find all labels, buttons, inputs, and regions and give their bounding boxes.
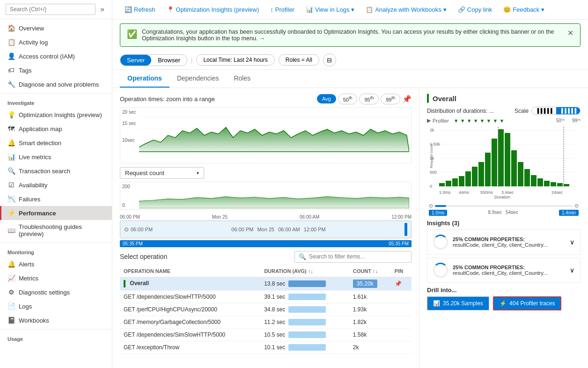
insight-title-2: 25% COMMON PROPERTIES: xyxy=(453,265,565,270)
row-5-duration: 10.1 sec xyxy=(260,341,349,353)
sidebar-item-availability[interactable]: ☑ Availability xyxy=(0,178,112,192)
sidebar-collapse-button[interactable]: » xyxy=(98,4,106,15)
filter-funnel-icon: ⊟ xyxy=(327,57,332,64)
row-overall-pin[interactable]: 📌 xyxy=(391,277,412,290)
profiler-button[interactable]: ↕ Profiler xyxy=(265,4,299,15)
banner-text: Congratulations, your application has be… xyxy=(142,29,563,42)
scale-linear-button[interactable]: ▐▐▐▐▐ xyxy=(532,107,556,114)
search-input[interactable] xyxy=(6,4,96,15)
sidebar-item-access-control[interactable]: 👤 Access control (IAM) xyxy=(0,49,112,63)
chart-pin-button[interactable]: 📌 xyxy=(402,95,412,103)
table-row[interactable]: GET /perfCPU/HighCPUAsync/20000 34.8 sec… xyxy=(120,303,412,316)
sidebar-item-transaction-search[interactable]: 🔍 Transaction search xyxy=(0,164,112,178)
table-row[interactable]: GET /exception/Throw 10.1 sec 2k xyxy=(120,341,412,353)
refresh-button[interactable]: 🔄 Refresh xyxy=(120,4,160,15)
dropdown-row: Request count ▾ xyxy=(120,167,412,179)
optimization-insights-button[interactable]: 📍 Optimization Insights (preview) xyxy=(162,4,264,15)
banner-close-button[interactable]: ✕ xyxy=(567,29,573,37)
sidebar-item-application-map[interactable]: 🗺 Application map xyxy=(0,122,112,136)
tab-dependencies[interactable]: Dependencies xyxy=(169,70,227,88)
toolbar: 🔄 Refresh 📍 Optimization Insights (previ… xyxy=(112,0,588,20)
sidebar-item-workbooks[interactable]: 📓 Workbooks xyxy=(0,313,112,327)
sidebar-item-logs[interactable]: 📄 Logs xyxy=(0,299,112,313)
p99-metric-button[interactable]: 99th xyxy=(381,94,400,104)
metric-dropdown[interactable]: Request count ▾ xyxy=(120,167,204,179)
optimization-banner[interactable]: ✅ Congratulations, your application has … xyxy=(120,23,581,47)
chart-y-10: 10sec xyxy=(122,138,135,143)
samples-button[interactable]: 📊 35.20k Samples xyxy=(427,296,489,310)
table-row[interactable]: GET /memory/GarbageCollection/5000 11.2 … xyxy=(120,316,412,328)
sidebar-item-alerts[interactable]: 🔔 Alerts xyxy=(0,257,112,271)
range-start-icon: ⊙ xyxy=(124,226,129,233)
sidebar-item-metrics[interactable]: 📈 Metrics xyxy=(0,271,112,285)
slider-range-fill xyxy=(435,205,446,207)
scale-toggle: ▐▐▐▐▐ ▐▐▐▐▐ xyxy=(531,107,581,115)
sidebar-item-smart-detection[interactable]: 🔔 Smart detection xyxy=(0,136,112,150)
count-y-max: 200 xyxy=(122,184,130,189)
range-handle-right[interactable] xyxy=(404,223,407,236)
profiler-traces-button[interactable]: ⚡ 404 Profiler traces xyxy=(493,296,561,310)
p50-metric-button[interactable]: 50th xyxy=(338,94,358,104)
row-3-pin[interactable] xyxy=(391,316,412,328)
operations-table: OPERATION NAME DURATION (AVG) ↑↓ COUNT ↑… xyxy=(120,265,412,354)
tab-operations[interactable]: Operations xyxy=(120,70,169,88)
row-2-pin[interactable] xyxy=(391,303,412,316)
slider-end-icon: ⊙ xyxy=(574,203,579,209)
sidebar-item-tags[interactable]: 🏷 Tags xyxy=(0,63,112,77)
insight-expand-2[interactable]: ∨ xyxy=(570,266,574,274)
sidebar-item-live-metrics[interactable]: 📊 Live metrics xyxy=(0,150,112,164)
operations-search-input[interactable] xyxy=(309,253,407,260)
table-row[interactable]: GET /dependencies/SlowHTTP/5000 39.1 sec… xyxy=(120,290,412,303)
sidebar-item-performance[interactable]: ⚡ Performance xyxy=(0,206,112,220)
row-5-pin[interactable] xyxy=(391,341,412,353)
tab-roles[interactable]: Roles xyxy=(226,70,258,88)
duration-bar-5 xyxy=(288,344,326,351)
server-toggle-button[interactable]: Server xyxy=(120,55,151,66)
avg-metric-button[interactable]: Avg xyxy=(317,94,336,103)
svg-rect-22 xyxy=(492,139,497,186)
col-duration[interactable]: DURATION (AVG) ↑↓ xyxy=(260,265,349,277)
logs-icon: 📄 xyxy=(7,302,15,310)
roles-filter[interactable]: Roles = All xyxy=(279,54,319,66)
distribution-label: Distribution of durations: ... xyxy=(427,108,494,114)
duration-slider-track[interactable] xyxy=(435,205,573,207)
sidebar-item-troubleshooting[interactable]: 📖 Troubleshooting guides (preview) xyxy=(0,220,112,241)
view-in-logs-button[interactable]: 📊 View in Logs ▾ xyxy=(301,4,359,15)
sidebar-item-overview[interactable]: 🏠 Overview xyxy=(0,21,112,35)
row-4-pin[interactable] xyxy=(391,328,412,341)
row-1-pin[interactable] xyxy=(391,290,412,303)
row-3-count: 1.82k xyxy=(349,316,391,328)
time-range-filter[interactable]: Local Time: Last 24 hours xyxy=(196,54,274,66)
insight-expand-1[interactable]: ∨ xyxy=(570,238,574,246)
table-row[interactable]: GET /dependencies/SimSlowHTTP/5000 10.5 … xyxy=(120,328,412,341)
scale-log-button[interactable]: ▐▐▐▐▐ xyxy=(556,107,580,114)
chart-header: Operation times: zoom into a range Avg 5… xyxy=(120,94,412,104)
col-count[interactable]: COUNT ↑↓ xyxy=(349,265,391,277)
filter-options-button[interactable]: ⊟ xyxy=(323,53,336,66)
p99-label-right: 99ᵗʰ xyxy=(572,118,581,123)
select-operation-label: Select operation xyxy=(120,253,167,260)
feedback-button[interactable]: 😊 Feedback ▾ xyxy=(499,4,549,15)
range-selector[interactable]: ⊙ 06:00 PM 06:00 PM Mon 25 06:00 AM 12:0… xyxy=(120,221,412,238)
metric-buttons: Avg 50th 95th 99th 📌 xyxy=(317,94,412,104)
sidebar-item-activity-log[interactable]: 📋 Activity log xyxy=(0,35,112,49)
samples-icon: 📊 xyxy=(433,300,440,307)
feedback-chevron-icon: ▾ xyxy=(541,6,544,13)
svg-text:550ms: 550ms xyxy=(480,190,493,195)
range-label-2: Mon 25 xyxy=(257,227,274,232)
insight-card-2[interactable]: 25% COMMON PROPERTIES: resultCode, clien… xyxy=(427,258,581,283)
p95-metric-button[interactable]: 95th xyxy=(359,94,379,104)
insight-card-1[interactable]: 25% COMMON PROPERTIES: resultCode, clien… xyxy=(427,229,581,255)
sidebar-item-optimization-insights[interactable]: 💡 Optimization Insights (preview) xyxy=(0,108,112,122)
sidebar-item-failures[interactable]: 📉 Failures xyxy=(0,192,112,206)
sidebar-item-diagnose[interactable]: 🔧 Diagnose and solve problems xyxy=(0,77,112,91)
copy-link-button[interactable]: 🔗 Copy link xyxy=(453,4,497,15)
svg-rect-21 xyxy=(485,153,491,186)
histogram-area: ▶ Profiler ▼ ▼ ▼ ▼ ▼ ▼ ▼ ▼ 50ᵗʰ 99ᵗʰ 2k … xyxy=(427,118,581,216)
table-row[interactable]: Overall 13.8 sec 35.20k 📌 xyxy=(120,277,412,290)
browser-toggle-button[interactable]: Browser xyxy=(151,55,187,66)
transaction-search-icon: 🔍 xyxy=(7,167,15,175)
col-operation-name[interactable]: OPERATION NAME xyxy=(120,265,260,277)
analyze-workbooks-button[interactable]: 📋 Analyze with Workbooks ▾ xyxy=(361,4,451,15)
sidebar-item-diagnostic-settings[interactable]: ⚙ Diagnostic settings xyxy=(0,285,112,299)
